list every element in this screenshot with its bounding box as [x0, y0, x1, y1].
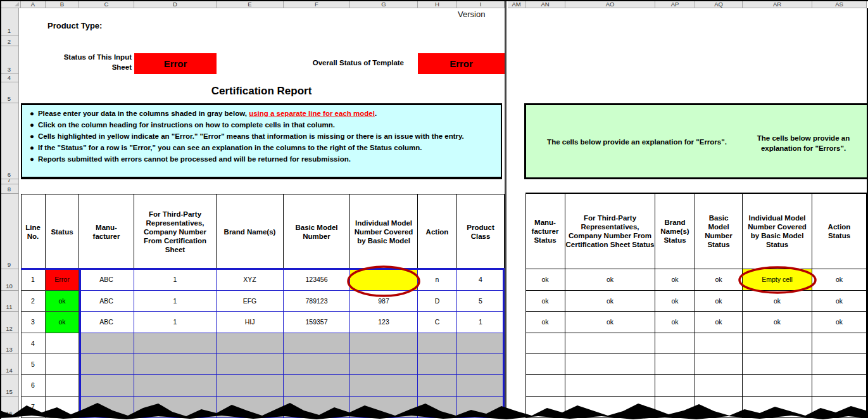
cell-AP14[interactable]: [655, 354, 695, 375]
cell-AS14[interactable]: [812, 354, 867, 375]
cell-A13[interactable]: 4: [21, 333, 46, 354]
cell-G13[interactable]: [350, 333, 418, 354]
cell-A11[interactable]: 2: [21, 291, 46, 312]
cell-AN15[interactable]: [525, 375, 565, 397]
cell-H13[interactable]: [418, 333, 457, 354]
cell-B12[interactable]: ok: [46, 312, 79, 333]
cell-AP11[interactable]: ok: [655, 291, 695, 312]
row-header-10[interactable]: 10: [0, 269, 19, 291]
cell-AN11[interactable]: ok: [525, 291, 565, 312]
cell-I16[interactable]: [457, 397, 505, 418]
cell-AO13[interactable]: [565, 333, 655, 354]
row-header-2[interactable]: 2: [0, 35, 19, 46]
cell-D12[interactable]: 1: [134, 312, 217, 333]
cell-AQ16[interactable]: [695, 397, 743, 418]
cell-AP16[interactable]: [655, 397, 695, 418]
row-header-9[interactable]: 9: [0, 194, 19, 269]
cell-F14[interactable]: [284, 354, 350, 375]
cell-G16[interactable]: [350, 397, 418, 418]
cell-E16[interactable]: [217, 397, 284, 418]
cell-AQ15[interactable]: [695, 375, 743, 397]
cell-E12[interactable]: HIJ: [217, 312, 284, 333]
cell-AR13[interactable]: [743, 333, 812, 354]
instruction-1-link[interactable]: using a separate line for each model: [249, 110, 375, 117]
cell-D15[interactable]: [134, 375, 217, 397]
cell-G10[interactable]: [350, 269, 418, 291]
cell-AS13[interactable]: [812, 333, 867, 354]
cell-A14[interactable]: 5: [21, 354, 46, 375]
cell-AQ13[interactable]: [695, 333, 743, 354]
cell-B14[interactable]: [46, 354, 79, 375]
row-header-7[interactable]: 7: [0, 179, 19, 184]
row-header-16[interactable]: 16: [0, 397, 19, 418]
cell-AP13[interactable]: [655, 333, 695, 354]
cell-A16[interactable]: 7: [21, 397, 46, 418]
cell-AO14[interactable]: [565, 354, 655, 375]
cell-E11[interactable]: EFG: [217, 291, 284, 312]
pane-separator[interactable]: [505, 0, 506, 418]
cell-C12[interactable]: ABC: [79, 312, 134, 333]
cell-AP12[interactable]: ok: [655, 312, 695, 333]
cell-AO16[interactable]: [565, 397, 655, 418]
cell-AR12[interactable]: ok: [743, 312, 812, 333]
row-header-13[interactable]: 13: [0, 333, 19, 354]
cell-AP10[interactable]: ok: [655, 269, 695, 291]
cell-AS12[interactable]: ok: [812, 312, 867, 333]
cell-C10[interactable]: ABC: [79, 269, 134, 291]
row-header-14[interactable]: 14: [0, 354, 19, 375]
cell-F16[interactable]: [284, 397, 350, 418]
cell-AP15[interactable]: [655, 375, 695, 397]
row-header-4[interactable]: 4: [0, 74, 19, 82]
row-header-12[interactable]: 12: [0, 312, 19, 333]
cell-AQ10[interactable]: ok: [695, 269, 743, 291]
cell-A12[interactable]: 3: [21, 312, 46, 333]
cell-E10[interactable]: XYZ: [217, 269, 284, 291]
cell-AN13[interactable]: [525, 333, 565, 354]
row-header-15[interactable]: 15: [0, 375, 19, 397]
cell-C15[interactable]: [79, 375, 134, 397]
cell-AQ14[interactable]: [695, 354, 743, 375]
cell-E14[interactable]: [217, 354, 284, 375]
cell-I14[interactable]: [457, 354, 505, 375]
cell-AO12[interactable]: ok: [565, 312, 655, 333]
cell-D11[interactable]: 1: [134, 291, 217, 312]
cell-F15[interactable]: [284, 375, 350, 397]
cell-AR10[interactable]: Empty cell: [743, 269, 812, 291]
cell-C16[interactable]: [79, 397, 134, 418]
cell-H15[interactable]: [418, 375, 457, 397]
cell-D14[interactable]: [134, 354, 217, 375]
cell-AS11[interactable]: ok: [812, 291, 867, 312]
cell-B10[interactable]: Error: [46, 269, 79, 291]
row-header-3[interactable]: 3: [0, 46, 19, 74]
cell-AS16[interactable]: [812, 397, 867, 418]
cell-C11[interactable]: ABC: [79, 291, 134, 312]
cell-H16[interactable]: [418, 397, 457, 418]
cell-I13[interactable]: [457, 333, 505, 354]
cell-D13[interactable]: [134, 333, 217, 354]
cell-AR15[interactable]: [743, 375, 812, 397]
cell-G12[interactable]: 123: [350, 312, 418, 333]
cell-AR16[interactable]: [743, 397, 812, 418]
row-header-6[interactable]: 6: [0, 103, 19, 179]
cell-F13[interactable]: [284, 333, 350, 354]
cell-AN10[interactable]: ok: [525, 269, 565, 291]
cell-AN14[interactable]: [525, 354, 565, 375]
row-header-5[interactable]: 5: [0, 82, 19, 103]
cell-H10[interactable]: n: [418, 269, 457, 291]
cell-AS15[interactable]: [812, 375, 867, 397]
cell-C14[interactable]: [79, 354, 134, 375]
cell-I12[interactable]: 1: [457, 312, 505, 333]
cell-AO10[interactable]: ok: [565, 269, 655, 291]
cell-AQ12[interactable]: ok: [695, 312, 743, 333]
cell-C13[interactable]: [79, 333, 134, 354]
cell-B11[interactable]: ok: [46, 291, 79, 312]
cell-I10[interactable]: 4: [457, 269, 505, 291]
cell-A15[interactable]: 6: [21, 375, 46, 397]
cell-G15[interactable]: [350, 375, 418, 397]
cell-F11[interactable]: 789123: [284, 291, 350, 312]
cell-H14[interactable]: [418, 354, 457, 375]
row-header-1[interactable]: 1: [0, 8, 19, 35]
cell-AS10[interactable]: ok: [812, 269, 867, 291]
cell-F12[interactable]: 159357: [284, 312, 350, 333]
cell-D10[interactable]: 1: [134, 269, 217, 291]
